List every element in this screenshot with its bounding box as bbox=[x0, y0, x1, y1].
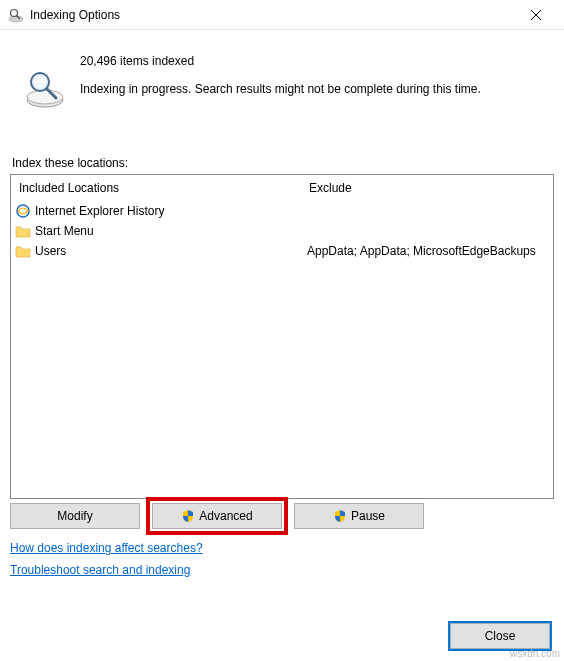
pause-button[interactable]: Pause bbox=[294, 503, 424, 529]
close-button[interactable]: Close bbox=[450, 623, 550, 649]
status-area: 20,496 items indexed Indexing in progres… bbox=[10, 30, 554, 120]
list-item-label: Internet Explorer History bbox=[35, 204, 164, 218]
indexing-options-icon bbox=[8, 7, 24, 23]
close-window-button[interactable] bbox=[516, 0, 556, 30]
window-title: Indexing Options bbox=[30, 8, 516, 22]
titlebar: Indexing Options bbox=[0, 0, 564, 30]
list-item[interactable]: Start Menu bbox=[11, 221, 301, 241]
button-label: Advanced bbox=[199, 509, 252, 523]
list-item-label: Start Menu bbox=[35, 224, 94, 238]
magnifier-disk-icon bbox=[10, 40, 80, 110]
list-item[interactable]: Internet Explorer History bbox=[11, 201, 301, 221]
svg-point-10 bbox=[17, 205, 29, 217]
folder-icon bbox=[15, 223, 31, 239]
indexing-progress-text: Indexing in progress. Search results mig… bbox=[80, 82, 554, 96]
ie-icon bbox=[15, 203, 31, 219]
exclude-cell bbox=[301, 221, 553, 241]
list-item-label: Users bbox=[35, 244, 66, 258]
svg-point-8 bbox=[34, 76, 46, 88]
locations-list: Included Locations Internet Explorer His… bbox=[10, 174, 554, 499]
exclude-cell bbox=[301, 201, 553, 221]
watermark: wsxdn.com bbox=[510, 648, 560, 659]
advanced-button[interactable]: Advanced bbox=[152, 503, 282, 529]
svg-point-1 bbox=[11, 9, 18, 16]
button-label: Close bbox=[485, 629, 516, 643]
close-icon bbox=[530, 9, 542, 21]
folder-icon bbox=[15, 243, 31, 259]
list-item[interactable]: Users bbox=[11, 241, 301, 261]
included-header: Included Locations bbox=[11, 175, 301, 201]
button-label: Modify bbox=[57, 509, 92, 523]
indexed-count: 20,496 items indexed bbox=[80, 54, 554, 68]
button-label: Pause bbox=[351, 509, 385, 523]
help-link-how[interactable]: How does indexing affect searches? bbox=[10, 541, 554, 555]
locations-label: Index these locations: bbox=[12, 156, 554, 170]
modify-button[interactable]: Modify bbox=[10, 503, 140, 529]
svg-point-6 bbox=[27, 90, 63, 104]
exclude-cell: AppData; AppData; MicrosoftEdgeBackups bbox=[301, 241, 553, 261]
svg-point-0 bbox=[9, 16, 23, 22]
help-link-troubleshoot[interactable]: Troubleshoot search and indexing bbox=[10, 563, 554, 577]
shield-icon bbox=[181, 509, 195, 523]
shield-icon bbox=[333, 509, 347, 523]
exclude-header: Exclude bbox=[301, 175, 553, 201]
